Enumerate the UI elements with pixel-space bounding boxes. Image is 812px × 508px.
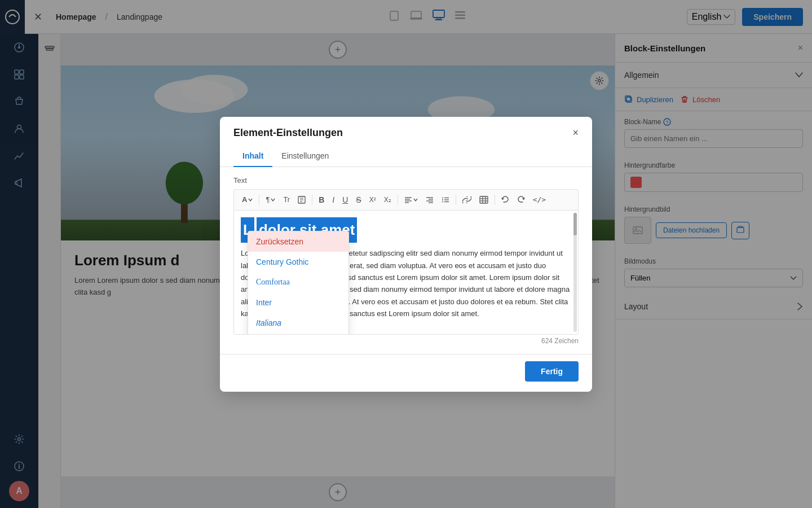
align-btn[interactable]: [401, 194, 421, 205]
underline-btn[interactable]: U: [339, 193, 351, 207]
redo-btn[interactable]: [514, 194, 528, 206]
font-open-sans-option[interactable]: Open Sans: [248, 333, 348, 335]
svg-point-60: [442, 199, 443, 200]
text-format-btn[interactable]: Tr: [280, 193, 293, 206]
text-label: Text: [233, 176, 579, 185]
table-btn[interactable]: [476, 194, 492, 206]
modal-close-button[interactable]: ×: [572, 127, 579, 139]
tab-einstellungen[interactable]: Einstellungen: [272, 146, 338, 167]
toolbar-sep-5: [495, 195, 495, 205]
editor-scrollbar[interactable]: [573, 213, 577, 332]
svg-rect-64: [480, 196, 488, 203]
italic-btn[interactable]: I: [329, 193, 338, 207]
font-dropdown: Zurücksetzen Century Gothic Comfortaa In…: [248, 231, 349, 335]
font-comfortaa-option[interactable]: Comfortaa: [248, 272, 348, 292]
font-italiana-option[interactable]: Italiana: [248, 313, 348, 333]
modal-body: Text A ¶ Tr B I U S: [220, 167, 592, 354]
undo-btn[interactable]: [498, 194, 513, 206]
modal-title: Element-Einstellungen: [233, 127, 343, 139]
font-century-gothic-option[interactable]: Century Gothic: [248, 252, 348, 272]
list-btn[interactable]: [438, 194, 453, 205]
toolbar-sep-2: [312, 195, 312, 205]
font-inter-option[interactable]: Inter: [248, 292, 348, 313]
strikethrough-btn[interactable]: S: [352, 193, 364, 207]
link-btn[interactable]: [459, 194, 475, 205]
editor-scrollbar-thumb[interactable]: [573, 213, 577, 235]
editor-content-wrap: Ldolor sit amet Lorem ipsum dolor sit am…: [233, 211, 579, 335]
editor-toolbar: A ¶ Tr B I U S X² X₂: [233, 189, 579, 211]
modal-overlay: Element-Einstellungen × Inhalt Einstellu…: [0, 0, 812, 508]
toolbar-sep-3: [398, 195, 398, 205]
toolbar-sep-1: [259, 195, 259, 205]
confirm-button[interactable]: Fertig: [525, 361, 579, 382]
superscript-btn[interactable]: X²: [366, 194, 379, 206]
modal-header: Element-Einstellungen ×: [220, 117, 592, 139]
toolbar-sep-4: [456, 195, 456, 205]
svg-point-62: [442, 201, 443, 202]
element-settings-modal: Element-Einstellungen × Inhalt Einstellu…: [220, 117, 592, 392]
indent-btn[interactable]: [422, 194, 437, 205]
font-reset-option[interactable]: Zurücksetzen: [248, 231, 348, 252]
subscript-btn[interactable]: X₂: [381, 194, 395, 206]
svg-point-58: [442, 197, 443, 198]
paragraph-btn[interactable]: ¶: [262, 193, 279, 206]
font-size-btn[interactable]: A: [239, 193, 256, 206]
tab-inhalt[interactable]: Inhalt: [233, 146, 272, 167]
source-btn[interactable]: </>: [529, 193, 549, 206]
expand-btn[interactable]: [294, 194, 309, 206]
bold-btn[interactable]: B: [315, 193, 328, 207]
modal-footer: Fertig: [220, 354, 592, 392]
modal-tabs: Inhalt Einstellungen: [220, 146, 592, 167]
char-count: 624 Zeichen: [233, 337, 579, 345]
